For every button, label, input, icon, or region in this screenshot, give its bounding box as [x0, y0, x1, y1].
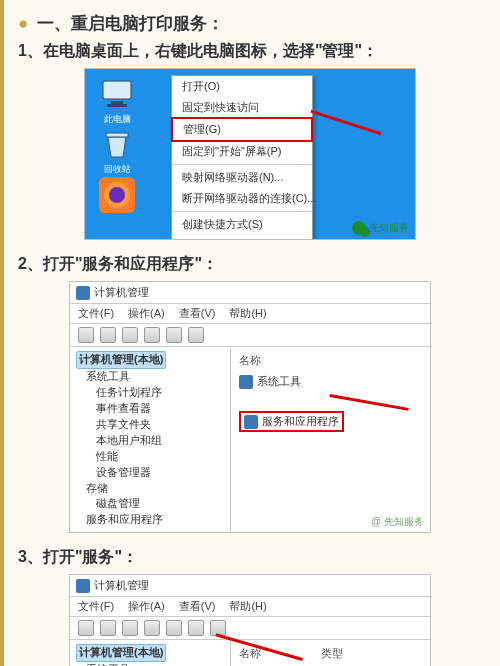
tree-shared[interactable]: 共享文件夹	[76, 417, 226, 433]
menu-bar: 文件(F) 操作(A) 查看(V) 帮助(H)	[70, 597, 430, 617]
col-name: 名称	[239, 646, 261, 661]
ctx-open[interactable]: 打开(O)	[172, 76, 312, 97]
this-pc-icon[interactable]: 此电脑	[99, 77, 135, 113]
bullet-icon: ●	[18, 14, 28, 33]
menu-file[interactable]: 文件(F)	[78, 599, 114, 614]
toolbar	[70, 324, 430, 347]
svg-rect-0	[103, 81, 131, 99]
ctx-sep	[172, 211, 312, 212]
ctx-delete[interactable]: 删除(D)	[172, 235, 312, 240]
ctx-shortcut[interactable]: 创建快捷方式(S)	[172, 214, 312, 235]
row-svc-apps[interactable]: 服务和应用程序	[239, 411, 344, 432]
menu-view[interactable]: 查看(V)	[179, 599, 216, 614]
tree-root[interactable]: 计算机管理(本地)	[76, 351, 166, 369]
row-sys-tools-label: 系统工具	[257, 374, 301, 389]
context-menu: 打开(O) 固定到快速访问 管理(G) 固定到"开始"屏幕(P) 映射网络驱动器…	[171, 75, 313, 240]
author-watermark: @ 先知服务	[371, 515, 424, 529]
recycle-bin-icon[interactable]: 回收站	[99, 127, 135, 163]
step-3-text: 3、打开"服务"：	[18, 547, 482, 568]
content-pane: 名称 系统工具 服务和应用程序	[231, 347, 430, 532]
folder-icon	[244, 415, 258, 429]
tree-pane: 计算机管理(本地) 系统工具 任务计划程序 事件查看器 共享文件夹 本地用户和组…	[70, 347, 231, 532]
ctx-pin-start[interactable]: 固定到"开始"屏幕(P)	[172, 141, 312, 162]
menu-view[interactable]: 查看(V)	[179, 306, 216, 321]
svg-point-5	[109, 187, 125, 203]
step-1-text: 1、在电脑桌面上，右键此电脑图标，选择"管理"：	[18, 41, 482, 62]
app-icon	[76, 579, 90, 593]
this-pc-label: 此电脑	[95, 113, 139, 126]
menu-action[interactable]: 操作(A)	[128, 306, 165, 321]
tree-local-users[interactable]: 本地用户和组	[76, 433, 226, 449]
tree-root[interactable]: 计算机管理(本地)	[76, 644, 166, 662]
ctx-pin-quick[interactable]: 固定到快速访问	[172, 97, 312, 118]
folder-icon	[239, 375, 253, 389]
toolbar-btn[interactable]	[78, 327, 94, 343]
ctx-map-drive[interactable]: 映射网络驱动器(N)...	[172, 167, 312, 188]
col-type: 类型	[321, 646, 343, 661]
ctx-manage[interactable]: 管理(G)	[171, 117, 313, 142]
figure-mmc-2: 计算机管理 文件(F) 操作(A) 查看(V) 帮助(H) 计算机管理(本地) …	[69, 574, 431, 666]
tree-pane: 计算机管理(本地) 系统工具 任务计划程序 事件查看器 共享文件夹 本地用户和组…	[70, 640, 231, 666]
row-sys-tools[interactable]: 系统工具	[239, 374, 422, 389]
menu-bar: 文件(F) 操作(A) 查看(V) 帮助(H)	[70, 304, 430, 324]
tree-storage[interactable]: 存储	[76, 481, 226, 497]
tree-task-sched[interactable]: 任务计划程序	[76, 385, 226, 401]
tree-dev-mgr[interactable]: 设备管理器	[76, 465, 226, 481]
recycle-bin-label: 回收站	[95, 163, 139, 176]
toolbar-btn[interactable]	[166, 620, 182, 636]
mmc-body: 计算机管理(本地) 系统工具 任务计划程序 事件查看器 共享文件夹 本地用户和组…	[70, 347, 430, 532]
wechat-watermark: 先知服务	[352, 221, 409, 235]
figure-desktop: 此电脑 回收站 打开(O) 固定到快速访问 管理(G) 固定到"开始"屏幕(P)…	[84, 68, 416, 240]
mmc-body: 计算机管理(本地) 系统工具 任务计划程序 事件查看器 共享文件夹 本地用户和组…	[70, 640, 430, 666]
col-name: 名称	[239, 353, 422, 368]
toolbar-btn[interactable]	[122, 620, 138, 636]
window-title: 计算机管理	[94, 578, 149, 593]
row-svc-apps-label: 服务和应用程序	[262, 414, 339, 429]
svg-rect-2	[107, 104, 127, 107]
callout-arrow-icon	[311, 121, 381, 161]
content-pane: 名称 类型 服务 WMI 控件 扩展管理单元	[231, 640, 430, 666]
section-heading: ● 一、重启电脑打印服务：	[18, 12, 482, 35]
app-icon	[76, 286, 90, 300]
toolbar-btn[interactable]	[166, 327, 182, 343]
toolbar-btn[interactable]	[144, 327, 160, 343]
tree-sys-tools[interactable]: 系统工具	[76, 662, 226, 666]
toolbar-btn[interactable]	[188, 620, 204, 636]
menu-help[interactable]: 帮助(H)	[229, 599, 266, 614]
menu-action[interactable]: 操作(A)	[128, 599, 165, 614]
toolbar-btn[interactable]	[122, 327, 138, 343]
window-title: 计算机管理	[94, 285, 149, 300]
wechat-watermark-text: 先知服务	[369, 221, 409, 235]
tree-svc-apps[interactable]: 服务和应用程序	[76, 512, 226, 528]
toolbar-btn[interactable]	[210, 620, 226, 636]
ctx-disconnect[interactable]: 断开网络驱动器的连接(C)...	[172, 188, 312, 209]
firefox-icon[interactable]	[99, 177, 135, 213]
toolbar-btn[interactable]	[100, 327, 116, 343]
toolbar-btn[interactable]	[144, 620, 160, 636]
tree-disk-mgr[interactable]: 磁盘管理	[76, 496, 226, 512]
menu-file[interactable]: 文件(F)	[78, 306, 114, 321]
toolbar-btn[interactable]	[188, 327, 204, 343]
toolbar-btn[interactable]	[78, 620, 94, 636]
tree-sys-tools[interactable]: 系统工具	[76, 369, 226, 385]
window-title-bar: 计算机管理	[70, 575, 430, 597]
ctx-sep	[172, 164, 312, 165]
tutorial-page: ● 一、重启电脑打印服务： 1、在电脑桌面上，右键此电脑图标，选择"管理"： 此…	[0, 0, 500, 666]
tree-perf[interactable]: 性能	[76, 449, 226, 465]
toolbar	[70, 617, 430, 640]
figure-mmc-1: 计算机管理 文件(F) 操作(A) 查看(V) 帮助(H) 计算机管理(本地) …	[69, 281, 431, 533]
tree-event-viewer[interactable]: 事件查看器	[76, 401, 226, 417]
step-2-text: 2、打开"服务和应用程序"：	[18, 254, 482, 275]
svg-rect-1	[111, 101, 123, 104]
section-title: 一、重启电脑打印服务：	[37, 14, 224, 33]
menu-help[interactable]: 帮助(H)	[229, 306, 266, 321]
toolbar-btn[interactable]	[100, 620, 116, 636]
svg-rect-3	[106, 133, 128, 137]
wechat-icon	[352, 221, 366, 235]
window-title-bar: 计算机管理	[70, 282, 430, 304]
